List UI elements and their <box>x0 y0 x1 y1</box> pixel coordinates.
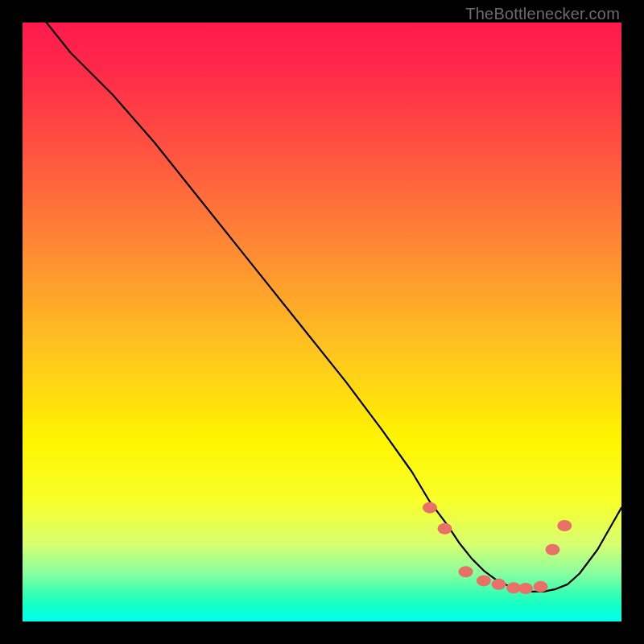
marker-dot <box>491 579 506 590</box>
marker-dot <box>518 583 533 594</box>
marker-dot <box>423 502 437 514</box>
chart-frame: TheBottlenecker.com <box>0 0 644 644</box>
chart-svg <box>23 23 621 621</box>
plot-area <box>23 23 621 621</box>
marker-dot <box>545 544 559 555</box>
marker-dot <box>534 581 548 592</box>
series-line <box>47 23 621 592</box>
marker-dot <box>459 566 473 577</box>
marker-dot <box>477 575 491 586</box>
marker-dot <box>557 520 572 531</box>
marker-group <box>423 502 572 594</box>
marker-dot <box>438 523 452 535</box>
attribution-label: TheBottlenecker.com <box>465 5 620 23</box>
